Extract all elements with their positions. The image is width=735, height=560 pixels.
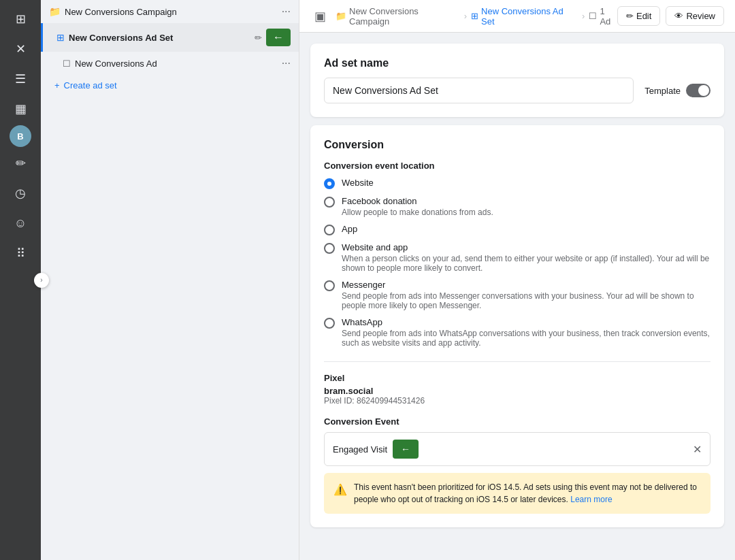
radio-website-app-desc: When a person clicks on your ad, send th… [342,254,710,273]
radio-website[interactable] [324,178,335,189]
ad-icon: ☐ [63,59,71,69]
radio-facebook-donation[interactable] [324,197,335,208]
breadcrumb-actions: ✏ Edit 👁 Review [617,6,724,26]
adset-name: New Conversions Ad Set [69,33,250,43]
sidebar-icon-chart[interactable]: ▦ [7,95,34,122]
breadcrumb-sep-2: › [582,11,585,21]
breadcrumb-campaign[interactable]: 📁 New Conversions Campaign [336,6,460,27]
template-label: Template [644,86,681,96]
sidebar-icon-edit[interactable]: ✏ [7,150,34,177]
pencil-icon: ✏ [626,11,634,21]
breadcrumb-sep-1: › [464,11,467,21]
radio-whatsapp-text: WhatsApp Send people from ads into Whats… [342,317,710,348]
campaign-name: New Conversions Campaign [65,7,278,17]
conversion-radio-group: Website Facebook donation Allow people t… [324,178,710,348]
plus-icon: + [54,80,60,90]
radio-messenger-desc: Send people from ads into Messenger conv… [342,291,710,310]
pixel-section: Pixel bram.social Pixel ID: 862409944531… [324,361,710,406]
conversion-event-label: Conversion Event [324,416,710,427]
avatar[interactable]: B [10,125,31,147]
radio-website-label: Website [342,178,374,188]
ad-row[interactable]: ☐ New Conversions Ad ··· [41,52,299,75]
campaign-more-button[interactable]: ··· [282,5,291,18]
adset-edit-icon[interactable]: ✏ [255,33,262,43]
separator [324,361,710,362]
pixel-label: Pixel [324,373,710,383]
breadcrumb-bar: ▣ 📁 New Conversions Campaign › ⊞ New Con… [299,0,735,33]
radio-item-messenger[interactable]: Messenger Send people from ads into Mess… [324,280,710,310]
campaign-icon: 📁 [49,6,61,17]
radio-item-facebook-donation[interactable]: Facebook donation Allow people to make d… [324,196,710,217]
learn-more-link[interactable]: Learn more [570,495,612,504]
warning-icon: ⚠️ [333,482,347,506]
edit-button-label: Edit [636,11,651,21]
icon-sidebar: ⊞ ✕ ☰ ▦ B ✏ ◷ ☺ ⠿ › [0,0,41,560]
ad-more-button[interactable]: ··· [282,57,291,69]
conversion-event-arrow: ← [393,440,419,459]
conversion-event-value: Engaged Visit ← [325,433,685,465]
pixel-id: Pixel ID: 862409944531426 [324,396,710,406]
radio-app[interactable] [324,225,335,235]
tree-panel: 📁 New Conversions Campaign ··· ⊞ New Con… [41,0,299,560]
radio-messenger-label: Messenger [342,280,710,290]
radio-whatsapp[interactable] [324,318,335,329]
adset-name-input[interactable] [324,78,634,103]
radio-facebook-donation-desc: Allow people to make donations from ads. [342,208,493,217]
sidebar-icon-home[interactable]: ⊞ [7,5,34,33]
chevron-right-icon: › [40,276,42,284]
radio-whatsapp-desc: Send people from ads into WhatsApp conve… [342,329,710,348]
ad-crumb-label: 1 Ad [600,6,617,27]
radio-item-whatsapp[interactable]: WhatsApp Send people from ads into Whats… [324,317,710,348]
conversion-section-title: Conversion [324,139,710,151]
edit-button[interactable]: ✏ Edit [617,6,660,26]
eye-icon: 👁 [674,11,683,21]
face-icon: ☺ [14,216,27,231]
close-icon: ✕ [16,42,26,56]
adset-name-section: Template [324,78,710,103]
breadcrumb: 📁 New Conversions Campaign › ⊞ New Conve… [336,6,617,27]
form-scroll: Ad set name Template Conversion Conversi… [299,33,735,560]
review-button[interactable]: 👁 Review [666,6,724,26]
radio-facebook-donation-text: Facebook donation Allow people to make d… [342,196,493,217]
radio-messenger-text: Messenger Send people from ads into Mess… [342,280,710,310]
campaign-row[interactable]: 📁 New Conversions Campaign ··· [41,0,299,23]
clock-icon: ◷ [15,186,26,201]
adset-icon: ⊞ [56,32,65,43]
home-icon: ⊞ [16,12,26,27]
template-toggle-switch[interactable] [686,84,710,97]
adset-crumb-icon: ⊞ [471,11,478,21]
ad-name: New Conversions Ad [75,59,278,69]
sidebar-icon-face[interactable]: ☺ [7,210,34,237]
sidebar-icon-grid[interactable]: ⠿ [7,240,34,267]
radio-item-app[interactable]: App [324,224,710,235]
radio-item-website-app[interactable]: Website and app When a person clicks on … [324,242,710,273]
radio-messenger[interactable] [324,280,335,291]
adset-row[interactable]: ⊞ New Conversions Ad Set ✏ ← [41,23,299,52]
main-content: ▣ 📁 New Conversions Campaign › ⊞ New Con… [299,0,735,560]
radio-website-app-text: Website and app When a person clicks on … [342,242,710,273]
radio-website-app-label: Website and app [342,242,710,252]
radio-item-website[interactable]: Website [324,178,710,189]
sidebar-icon-clock[interactable]: ◷ [7,180,34,207]
sidebar-expand-button[interactable]: › [34,273,49,288]
radio-website-app[interactable] [324,243,335,254]
adset-crumb-label: New Conversions Ad Set [481,6,578,27]
review-button-label: Review [686,11,715,21]
sidebar-icon-menu[interactable]: ☰ [7,65,34,93]
sidebar-toggle-button[interactable]: ▣ [310,5,330,28]
conversion-event-clear-button[interactable]: ✕ [685,438,710,461]
adset-name-card: Ad set name Template [310,44,724,117]
adset-name-section-label: Ad set name [324,57,710,69]
conversion-event-input-row[interactable]: Engaged Visit ← ✕ [324,432,710,466]
conversion-card: Conversion Conversion event location Web… [310,125,724,527]
breadcrumb-adset[interactable]: ⊞ New Conversions Ad Set [471,6,578,27]
sidebar-icon-close[interactable]: ✕ [7,35,34,63]
create-adset-row[interactable]: + Create ad set [41,75,299,96]
conversion-event-location-label: Conversion event location [324,161,710,171]
radio-app-label: App [342,224,357,234]
radio-website-text: Website [342,178,374,188]
grid-icon: ⠿ [16,246,25,261]
warning-text: This event hasn't been prioritized for i… [354,481,701,506]
breadcrumb-ad[interactable]: ☐ 1 Ad [589,6,617,27]
create-adset-label: Create ad set [64,80,117,90]
